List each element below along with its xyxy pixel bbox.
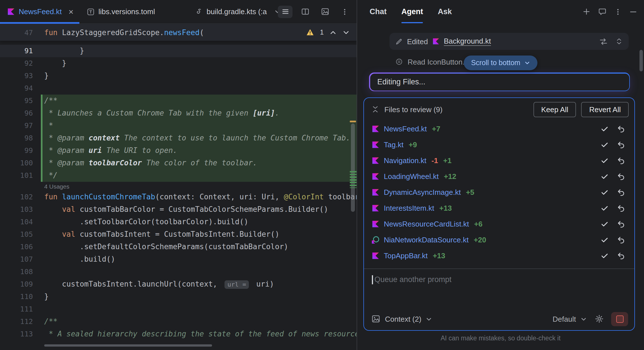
revert-all-button[interactable]: Revert All	[581, 102, 629, 117]
accept-file-icon[interactable]	[598, 251, 611, 260]
code-line[interactable]: 99 * @param uri The URI to open.	[0, 144, 357, 157]
code-line[interactable]: 110}	[0, 291, 357, 303]
code-line[interactable]: 102fun launchCustomChromeTab(context: Co…	[0, 191, 357, 203]
edited-file-row[interactable]: Edited Background.kt	[389, 33, 629, 50]
code-line[interactable]: 101 */	[0, 169, 357, 182]
code-lines[interactable]: 91 }92 }93}9495/**96 * Launches a Custom…	[0, 41, 357, 340]
accept-file-icon[interactable]	[598, 204, 611, 212]
conversations-icon[interactable]	[598, 7, 607, 16]
code-line[interactable]: 111	[0, 303, 357, 315]
preview-image-icon[interactable]	[317, 5, 332, 18]
sticky-line[interactable]: 47 fun LazyStaggeredGridScope.newsFeed( …	[0, 24, 357, 41]
file-row[interactable]: InterestsItem.kt+13	[364, 200, 634, 216]
file-row[interactable]: NewsFeed.kt+7	[364, 121, 634, 136]
chevron-down-icon[interactable]	[581, 316, 587, 322]
file-link[interactable]: Navigation.kt	[384, 156, 426, 165]
file-link[interactable]: DynamicAsyncImage.kt	[384, 188, 461, 196]
tab-newsfeed[interactable]: NewsFeed.kt ×	[0, 0, 79, 23]
edited-file-link[interactable]: Background.kt	[444, 37, 491, 46]
revert-file-icon[interactable]	[615, 124, 627, 133]
file-link[interactable]: LoadingWheel.kt	[384, 172, 439, 180]
file-link[interactable]: TopAppBar.kt	[384, 251, 428, 260]
expand-icon[interactable]	[615, 37, 623, 45]
file-row[interactable]: NiaNetworkDataSource.kt+20	[364, 232, 634, 247]
accept-file-icon[interactable]	[598, 188, 611, 196]
keep-all-button[interactable]: Keep All	[533, 102, 576, 117]
more-options-icon[interactable]	[337, 5, 352, 18]
tab-chat[interactable]: Chat	[370, 0, 387, 23]
code-line[interactable]: 91 }	[0, 45, 357, 57]
file-link[interactable]: NewsResourceCardList.kt	[384, 219, 469, 228]
usages-hint[interactable]: 4 Usages	[0, 182, 357, 191]
accept-file-icon[interactable]	[598, 156, 611, 165]
file-link[interactable]: NewsFeed.kt	[384, 124, 427, 133]
code-line[interactable]: 93}	[0, 70, 357, 82]
code-line[interactable]: 92 }	[0, 57, 357, 70]
code-line[interactable]: 103 val customTabBarColor = CustomTabCol…	[0, 203, 357, 216]
code-line[interactable]: 104 .setToolbarColor(toolbarColor).build…	[0, 216, 357, 228]
prev-problem-icon[interactable]	[329, 29, 337, 36]
read-file-row[interactable]: Read IconButton.	[395, 55, 465, 69]
code-line[interactable]: 95/**	[0, 95, 357, 107]
file-link[interactable]: InterestsItem.kt	[384, 204, 434, 212]
revert-file-icon[interactable]	[615, 156, 627, 165]
code-line[interactable]: 109 customTabsIntent.launchUrl(context, …	[0, 278, 357, 291]
gear-icon[interactable]	[595, 314, 604, 323]
attach-image-icon[interactable]	[371, 314, 380, 323]
file-row[interactable]: DynamicAsyncImage.kt+5	[364, 184, 634, 200]
hide-panel-icon[interactable]	[629, 8, 637, 16]
tab-libs-versions[interactable]: libs.versions.toml	[79, 0, 160, 23]
close-tab-icon[interactable]: ×	[69, 7, 74, 16]
accept-file-icon[interactable]	[598, 172, 611, 180]
stop-button[interactable]	[611, 312, 628, 326]
code-line[interactable]: 108	[0, 266, 357, 278]
more-options-icon[interactable]	[614, 8, 622, 16]
code-line[interactable]: 112/**	[0, 315, 357, 328]
code-line[interactable]: 98 * @param context The context to use t…	[0, 132, 357, 144]
code-line[interactable]: 94	[0, 82, 357, 95]
view-list-icon[interactable]	[278, 5, 293, 18]
diff-icon[interactable]	[599, 37, 608, 46]
code-line[interactable]: 96 * Launches a Custom Chrome Tab with t…	[0, 107, 357, 119]
revert-file-icon[interactable]	[615, 235, 627, 244]
tab-build-gradle[interactable]: build.gradle.kts (:a	[187, 0, 286, 23]
accept-file-icon[interactable]	[598, 124, 611, 133]
context-button[interactable]: Context (2)	[385, 315, 421, 323]
new-chat-icon[interactable]	[582, 7, 591, 16]
revert-file-icon[interactable]	[615, 140, 627, 149]
chat-scrollbar[interactable]	[639, 50, 643, 71]
code-line[interactable]: 97 *	[0, 119, 357, 132]
revert-file-icon[interactable]	[615, 204, 627, 212]
code-line[interactable]: 107 .build()	[0, 253, 357, 266]
code-line[interactable]: 105 val customTabsIntent = CustomTabsInt…	[0, 228, 357, 241]
collapse-icon[interactable]	[371, 105, 379, 113]
file-link[interactable]: Tag.kt	[384, 140, 403, 149]
warning-count: 1	[320, 28, 324, 36]
tab-agent[interactable]: Agent	[401, 0, 423, 23]
code-line[interactable]: 113 * A sealed hierarchy describing the …	[0, 328, 357, 340]
editor-horizontal-scrollbar[interactable]	[44, 344, 212, 347]
file-row[interactable]: Navigation.kt-1+1	[364, 152, 634, 168]
revert-file-icon[interactable]	[615, 188, 627, 196]
chevron-down-icon[interactable]	[426, 316, 432, 322]
prompt-input[interactable]: Queue another prompt	[364, 269, 634, 308]
model-selector[interactable]: Default	[553, 315, 576, 323]
file-row[interactable]: NewsResourceCardList.kt+6	[364, 216, 634, 232]
editor-vertical-scrollbar[interactable]	[351, 123, 355, 212]
accept-file-icon[interactable]	[598, 219, 611, 228]
code-line[interactable]: 106 .setDefaultColorSchemeParams(customT…	[0, 241, 357, 253]
file-row[interactable]: Tag.kt+9	[364, 136, 634, 152]
file-row[interactable]: TopAppBar.kt+13	[364, 247, 634, 263]
revert-file-icon[interactable]	[615, 251, 627, 260]
revert-file-icon[interactable]	[615, 172, 627, 180]
code-line[interactable]: 100 * @param toolbarColor The color of t…	[0, 157, 357, 169]
tab-ask[interactable]: Ask	[438, 0, 452, 23]
split-editor-icon[interactable]	[298, 5, 312, 18]
revert-file-icon[interactable]	[615, 219, 627, 228]
accept-file-icon[interactable]	[598, 140, 611, 149]
next-problem-icon[interactable]	[342, 29, 350, 36]
file-link[interactable]: NiaNetworkDataSource.kt	[384, 235, 469, 244]
file-row[interactable]: LoadingWheel.kt+12	[364, 168, 634, 184]
scroll-to-bottom-button[interactable]: Scroll to bottom	[464, 56, 537, 70]
accept-file-icon[interactable]	[598, 235, 611, 244]
